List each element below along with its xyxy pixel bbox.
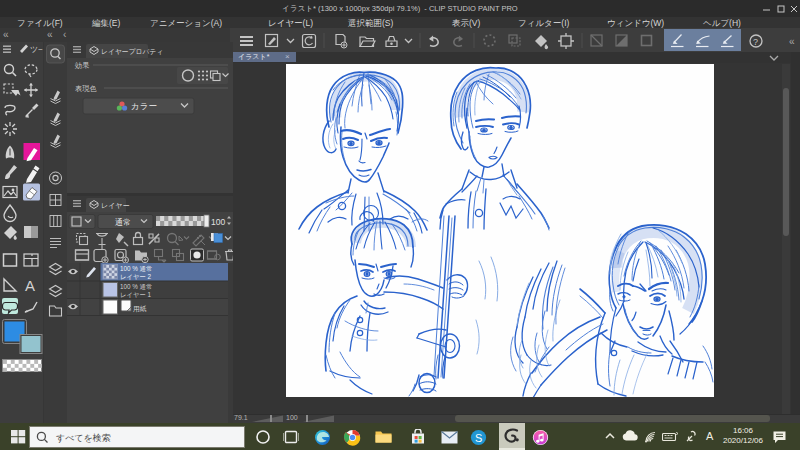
svg-text:A: A	[25, 277, 35, 294]
svg-text:レイヤー 1: レイヤー 1	[120, 291, 151, 298]
svg-text:用紙: 用紙	[133, 305, 147, 313]
svg-text:効果: 効果	[74, 61, 89, 70]
svg-text:レイヤープロパティ: レイヤープロパティ	[101, 48, 163, 55]
svg-text:100 % 通常: 100 % 通常	[120, 265, 152, 272]
svg-text:«: «	[789, 36, 795, 47]
svg-text:レイヤー 2: レイヤー 2	[120, 273, 151, 280]
svg-text:?: ?	[753, 37, 758, 47]
svg-text:100: 100	[211, 217, 225, 227]
svg-text:レイヤー: レイヤー	[101, 202, 130, 209]
svg-text:100 % 通常: 100 % 通常	[120, 283, 152, 290]
svg-text:表現色: 表現色	[75, 84, 97, 93]
svg-text:カラー: カラー	[131, 101, 157, 111]
svg-text:通常: 通常	[115, 217, 131, 227]
svg-text:ツ−: ツ−	[30, 45, 43, 54]
svg-text:S: S	[475, 432, 482, 444]
